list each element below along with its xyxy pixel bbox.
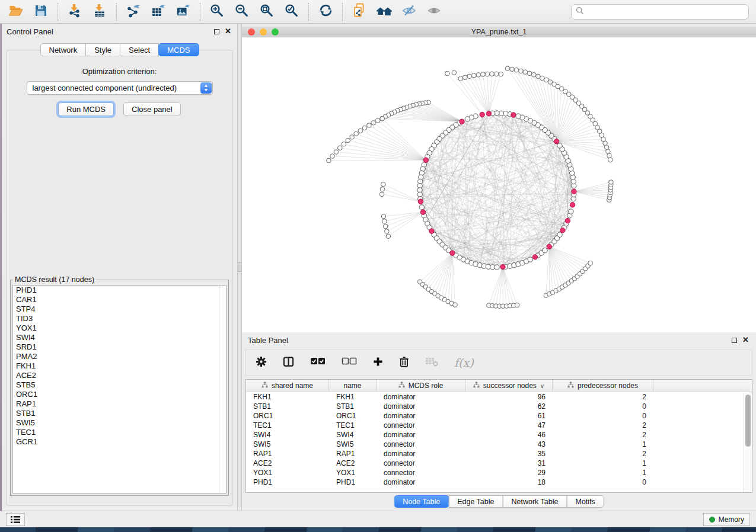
control-panel: Control Panel ✕ NetworkStyleSelectMCDS O… bbox=[2, 24, 237, 511]
mcds-result-item[interactable]: SRD1 bbox=[13, 342, 226, 352]
network-view[interactable] bbox=[242, 37, 756, 332]
table-toolbar: f(x) bbox=[245, 350, 752, 376]
mcds-result-item[interactable]: TID3 bbox=[13, 314, 226, 323]
show-all-button[interactable] bbox=[422, 2, 446, 22]
table-row[interactable]: YOX1YOX1connector291 bbox=[246, 468, 752, 477]
table-scrollbar[interactable] bbox=[744, 393, 752, 492]
network-window: YPA_prune.txt_1 bbox=[242, 27, 756, 333]
show-all-icon bbox=[426, 4, 442, 20]
optimization-criterion-select[interactable]: largest connected component (undirected) bbox=[27, 81, 213, 95]
delete-table-icon bbox=[425, 356, 438, 369]
mcds-result-item[interactable]: PHD1 bbox=[13, 286, 226, 295]
table-row[interactable]: ORC1ORC1dominator610 bbox=[246, 411, 752, 421]
table-row[interactable]: SWI5SWI5connector431 bbox=[246, 440, 752, 449]
table-row[interactable]: FKH1FKH1dominator962 bbox=[246, 392, 752, 402]
mcds-result-item[interactable]: ORC1 bbox=[13, 390, 226, 399]
mcds-result-item[interactable]: SWI5 bbox=[13, 418, 226, 428]
table-row[interactable]: SWI4SWI4dominator462 bbox=[246, 430, 752, 440]
cell-MCDS-role: dominator bbox=[377, 402, 465, 411]
zoom-in-button[interactable] bbox=[205, 2, 229, 22]
zoom-out-button[interactable] bbox=[229, 2, 254, 22]
splitter-grip[interactable] bbox=[238, 262, 241, 272]
table-settings-button[interactable] bbox=[256, 356, 267, 370]
cell-shared-name: SWI5 bbox=[246, 440, 329, 449]
zoom-fit-button[interactable] bbox=[254, 2, 279, 22]
deselect-all-button[interactable] bbox=[342, 357, 357, 368]
export-network-button[interactable] bbox=[121, 2, 146, 22]
float-panel-icon[interactable] bbox=[214, 29, 219, 34]
import-network-file-button[interactable] bbox=[62, 2, 87, 22]
mcds-result-item[interactable]: RAP1 bbox=[13, 399, 226, 409]
attribute-tree-icon bbox=[473, 382, 480, 390]
tab-node-table[interactable]: Node Table bbox=[394, 495, 449, 508]
table-row[interactable]: TEC1TEC1connector472 bbox=[246, 421, 752, 430]
mcds-result-item[interactable]: TEC1 bbox=[13, 428, 226, 437]
mcds-result-item[interactable]: STP4 bbox=[13, 305, 226, 314]
column-header-successor-nodes[interactable]: successor nodes∨ bbox=[465, 380, 553, 392]
select-stepper-icon bbox=[200, 82, 212, 94]
memory-button[interactable]: Memory bbox=[703, 513, 750, 526]
mcds-result-item[interactable]: SWI4 bbox=[13, 333, 226, 342]
export-image-button[interactable] bbox=[171, 2, 196, 22]
delete-columns-button[interactable] bbox=[399, 356, 409, 370]
tab-mcds[interactable]: MCDS bbox=[158, 43, 199, 56]
float-table-panel-icon[interactable] bbox=[732, 338, 737, 343]
mcds-result-item[interactable]: GCR1 bbox=[13, 437, 226, 447]
tab-style[interactable]: Style bbox=[85, 43, 120, 56]
run-mcds-button[interactable]: Run MCDS bbox=[58, 102, 114, 116]
tab-network-table[interactable]: Network Table bbox=[503, 495, 567, 508]
duplicate-network-button[interactable] bbox=[347, 2, 372, 22]
save-session-button[interactable] bbox=[28, 2, 53, 22]
close-panel-icon[interactable]: ✕ bbox=[225, 28, 231, 34]
search-box[interactable] bbox=[571, 4, 749, 20]
add-column-button[interactable] bbox=[373, 357, 383, 369]
tab-edge-table[interactable]: Edge Table bbox=[448, 495, 503, 508]
cell-shared-name: FKH1 bbox=[246, 392, 329, 402]
tab-network[interactable]: Network bbox=[40, 43, 86, 56]
cell-name: SWI4 bbox=[329, 430, 377, 440]
tab-motifs[interactable]: Motifs bbox=[566, 495, 604, 508]
search-input[interactable] bbox=[587, 7, 744, 16]
import-table-file-button[interactable] bbox=[87, 2, 112, 22]
cell-shared-name: ACE2 bbox=[246, 459, 329, 468]
column-header-shared-name[interactable]: shared name bbox=[246, 380, 329, 392]
table-scrollbar-thumb[interactable] bbox=[745, 395, 751, 447]
table-row[interactable]: PHD1PHD1dominator180 bbox=[246, 477, 752, 487]
open-file-button[interactable] bbox=[4, 2, 28, 22]
first-neighbors-button[interactable] bbox=[372, 2, 397, 22]
table-row[interactable]: ACE2ACE2connector311 bbox=[246, 459, 752, 468]
cell-MCDS-role: dominator bbox=[377, 449, 465, 459]
table-row[interactable]: STB1STB1dominator620 bbox=[246, 402, 752, 411]
mcds-result-item[interactable]: ACE2 bbox=[13, 371, 226, 380]
column-header-predecessor-nodes[interactable]: predecessor nodes bbox=[553, 380, 653, 392]
refresh-view-button[interactable] bbox=[313, 2, 338, 22]
table-row[interactable]: RAP1RAP1dominator352 bbox=[246, 449, 752, 459]
mcds-result-item[interactable]: FKH1 bbox=[13, 361, 226, 371]
hide-selected-button[interactable] bbox=[397, 2, 422, 22]
mcds-result-item[interactable]: PMA2 bbox=[13, 352, 226, 361]
task-history-button[interactable] bbox=[6, 513, 25, 526]
attribute-tree-icon bbox=[567, 382, 574, 390]
toggle-columns-button[interactable] bbox=[283, 356, 294, 370]
tab-select[interactable]: Select bbox=[120, 43, 159, 56]
zoom-selected-button[interactable] bbox=[279, 2, 304, 22]
mcds-result-item[interactable]: YOX1 bbox=[13, 323, 226, 333]
close-table-panel-icon[interactable]: ✕ bbox=[742, 337, 749, 343]
network-graph[interactable] bbox=[242, 37, 756, 332]
column-header-MCDS-role[interactable]: MCDS role bbox=[377, 380, 465, 392]
mcds-result-item[interactable]: STB5 bbox=[13, 380, 226, 390]
mcds-result-item[interactable]: STB1 bbox=[13, 409, 226, 418]
mcds-result-item[interactable]: CAR1 bbox=[13, 295, 226, 305]
mcds-list-scrollbar[interactable] bbox=[219, 286, 226, 493]
cell-shared-name: RAP1 bbox=[246, 449, 329, 459]
panel-splitter[interactable] bbox=[237, 24, 242, 511]
cell-successor-nodes: 46 bbox=[465, 430, 553, 440]
toolbar-separator bbox=[116, 3, 117, 21]
deselect-all-icon bbox=[342, 357, 357, 368]
export-table-button[interactable] bbox=[146, 2, 171, 22]
cell-shared-name: YOX1 bbox=[246, 468, 329, 477]
close-panel-button[interactable]: Close panel bbox=[123, 102, 181, 116]
cell-successor-nodes: 47 bbox=[465, 421, 553, 430]
select-all-button[interactable] bbox=[310, 357, 326, 368]
column-header-name[interactable]: name bbox=[329, 380, 377, 392]
